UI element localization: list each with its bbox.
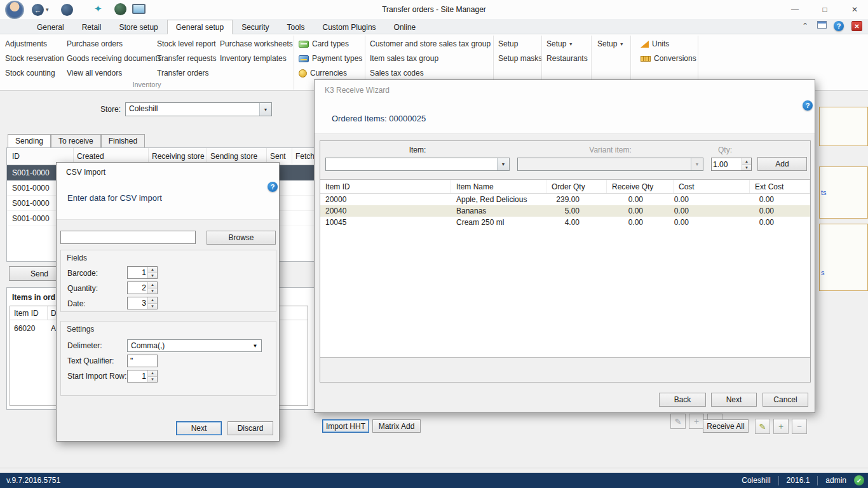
barcode-input[interactable] [128,267,147,278]
ribbon-item-purchase-orders[interactable]: Purchase orders [67,37,161,51]
ribbon-item-stock-level-report[interactable]: Stock level report [157,37,217,51]
ribbon-item-adjustments[interactable]: Adjustments [5,37,64,51]
ribbon-tab-store-setup[interactable]: Store setup [110,20,166,34]
csv-help-icon[interactable]: ? [268,182,278,192]
dropdown-arrow-icon[interactable]: ▼ [249,340,261,351]
orders-header-created[interactable]: Created [77,152,104,161]
ribbon-item-setup-masks[interactable]: Setup masks [498,51,542,66]
col-item-name[interactable]: Item Name [451,180,546,193]
ordered-item-row[interactable]: 20000 Apple, Red Delicious 239.00 0.00 0… [320,194,810,205]
spin-up-icon[interactable]: ▲ [148,370,157,376]
tab-finished[interactable]: Finished [101,134,145,148]
spin-down-icon[interactable]: ▼ [148,303,157,309]
ribbon-item-stock-reservation[interactable]: Stock reservation [5,51,64,66]
spin-down-icon[interactable]: ▼ [148,273,157,279]
close-button[interactable]: ✕ [843,0,867,19]
edit-button-disabled[interactable]: ✎ [670,414,686,429]
col-cost[interactable]: Cost [674,180,750,193]
items-row-item-id[interactable]: 66020 [14,324,35,333]
ribbon-item-stock-counting[interactable]: Stock counting [5,66,64,81]
ribbon-tab-general-setup[interactable]: General setup [167,20,233,34]
orders-header-id[interactable]: ID [12,152,20,161]
browse-button[interactable]: Browse [207,231,276,245]
store-dropdown-arrow-icon[interactable]: ▼ [259,103,271,116]
ribbon-item-setup-dropdown-2[interactable]: Setup▾ [597,37,623,51]
remove-line-button[interactable]: − [792,419,807,434]
edit-button[interactable]: ✎ [755,419,770,434]
ribbon-item-payment-types[interactable]: Payment types [299,51,362,66]
orders-header-sent[interactable]: Sent [270,152,286,161]
ordered-item-row[interactable]: 10045 Cream 250 ml 4.00 0.00 0.00 0.00 [320,217,810,228]
wizard-cancel-button[interactable]: Cancel [763,393,808,407]
maximize-button[interactable]: □ [813,0,837,19]
ribbon-item-units[interactable]: Units [641,37,696,51]
add-line-button[interactable]: ＋ [773,419,789,434]
ribbon-tab-tools[interactable]: Tools [278,20,314,34]
ribbon-tab-online[interactable]: Online [385,20,425,34]
orders-header-fetch[interactable]: Fetch [295,152,315,161]
item-select[interactable]: ▼ [325,158,510,171]
start-import-row-spinner[interactable]: ▲▼ [127,370,158,383]
windows-button[interactable] [817,21,827,29]
partial-link[interactable]: ts [821,189,827,196]
ribbon-tab-retail[interactable]: Retail [73,20,111,34]
add-button-disabled[interactable]: ＋ [689,414,704,429]
spin-down-icon[interactable]: ▼ [148,376,157,383]
ribbon-tab-custom-plugins[interactable]: Custom Plugins [314,20,385,34]
col-order-qty[interactable]: Order Qty [546,180,607,193]
ribbon-item-setup-dropdown[interactable]: Setup▾ [546,37,588,51]
matrix-add-button[interactable]: Matrix Add [372,419,421,433]
ribbon-item-purchase-worksheets[interactable]: Purchase worksheets [220,37,293,51]
ribbon-collapse-button[interactable]: ⌃ [799,21,811,31]
ribbon-item-transfer-orders[interactable]: Transfer orders [157,66,217,81]
text-qualifier-input[interactable] [127,355,158,367]
items-row-description[interactable]: A [51,324,56,333]
ribbon-item-sales-tax-codes[interactable]: Sales tax codes [370,66,491,81]
exit-button[interactable]: ✕ [851,21,862,31]
ribbon-tab-general[interactable]: General [28,20,73,34]
csv-file-input[interactable] [60,231,196,244]
ribbon-item-card-types[interactable]: Card types [299,37,362,51]
ribbon-item-customer-store-sales-tax-group[interactable]: Customer and store sales tax group [370,37,491,51]
spin-down-icon[interactable]: ▼ [148,288,157,294]
barcode-spinner[interactable]: ▲▼ [127,266,158,279]
delimiter-select[interactable]: Comma(,) ▼ [127,339,262,352]
csv-next-button[interactable]: Next [176,421,222,435]
ribbon-item-goods-receiving-documents[interactable]: Goods receiving documents [67,51,161,66]
spin-up-icon[interactable]: ▲ [742,158,751,164]
ribbon-item-view-all-vendors[interactable]: View all vendors [67,66,161,81]
col-ext-cost[interactable]: Ext Cost [750,180,810,193]
ribbon-tab-security[interactable]: Security [233,20,278,34]
wizard-back-button[interactable]: Back [659,393,706,407]
minimize-button[interactable]: — [783,0,807,19]
import-hht-button[interactable]: Import HHT [322,419,369,433]
wizard-next-button[interactable]: Next [711,393,757,407]
spin-down-icon[interactable]: ▼ [742,164,751,170]
receive-all-button[interactable]: Receive All [703,419,749,433]
items-header-item-id[interactable]: Item ID [14,309,39,318]
ribbon-item-inventory-templates[interactable]: Inventory templates [220,51,293,66]
csv-discard-button[interactable]: Discard [227,421,273,435]
ribbon-item-transfer-requests[interactable]: Transfer requests [157,51,217,66]
ribbon-item-setup[interactable]: Setup [498,37,542,51]
spin-up-icon[interactable]: ▲ [148,297,157,303]
orders-header-sending-store[interactable]: Sending store [210,152,257,161]
ribbon-item-conversions[interactable]: Conversions [641,51,696,66]
ordered-item-row-selected[interactable]: 20040 Bananas 5.00 0.00 0.00 0.00 [320,205,810,217]
ribbon-item-item-sales-tax-group[interactable]: Item sales tax group [370,51,491,66]
tab-to-receive[interactable]: To receive [51,134,101,148]
dropdown-arrow-icon[interactable]: ▼ [497,158,509,170]
col-receive-qty[interactable]: Receive Qty [607,180,674,193]
variant-item-select[interactable]: ▼ [517,158,703,171]
ribbon-item-restaurants[interactable]: Restaurants [546,51,588,66]
wizard-help-icon[interactable]: ? [803,100,813,111]
spin-up-icon[interactable]: ▲ [148,267,157,273]
ribbon-item-currencies[interactable]: Currencies [299,66,362,81]
quantity-input[interactable] [128,282,147,294]
spin-up-icon[interactable]: ▲ [148,282,157,288]
partial-link[interactable]: s [821,269,825,276]
orders-header-receiving-store[interactable]: Receiving store [152,152,205,161]
qty-spinner[interactable]: ▲▼ [711,158,752,171]
date-spinner[interactable]: ▲▼ [127,297,158,309]
date-input[interactable] [128,297,147,309]
